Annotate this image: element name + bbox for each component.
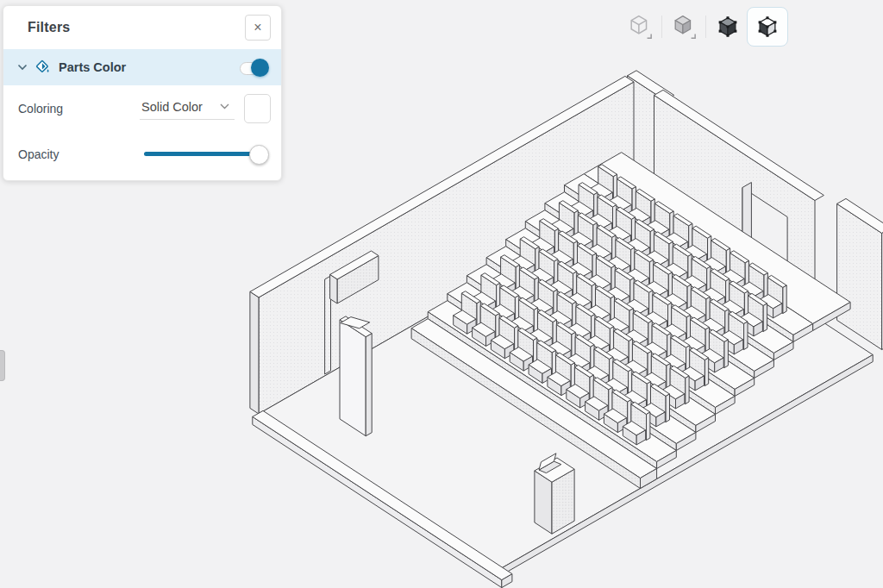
- view-shaded-button[interactable]: [665, 8, 703, 46]
- toggle-knob: [251, 59, 269, 77]
- paint-bucket-icon: [34, 59, 51, 75]
- view-shaded-vertices-button[interactable]: [747, 7, 788, 47]
- view-mode-toolbar: [621, 7, 788, 47]
- opacity-label: Opacity: [18, 147, 144, 161]
- coloring-dropdown-value: Solid Color: [141, 100, 220, 114]
- opacity-row: Opacity: [3, 131, 281, 180]
- view-wireframe-button[interactable]: [621, 8, 659, 46]
- color-swatch[interactable]: [244, 94, 271, 123]
- toolbar-separator: [705, 16, 706, 38]
- cube-dark-vertices-icon: [716, 15, 740, 39]
- cube-wireframe-icon: [627, 13, 653, 41]
- slider-track: [144, 152, 262, 156]
- parts-color-toggle[interactable]: [240, 59, 269, 77]
- filters-panel: Filters × Parts Color Coloring Solid Col…: [3, 5, 282, 181]
- filters-panel-header: Filters ×: [3, 6, 281, 49]
- opacity-slider[interactable]: [144, 145, 269, 163]
- cube-shaded-icon: [671, 13, 697, 41]
- chevron-down-icon[interactable]: [17, 64, 28, 71]
- toolbar-separator: [661, 16, 662, 38]
- cube-vertices-icon: [755, 15, 780, 39]
- coloring-dropdown[interactable]: Solid Color: [140, 97, 235, 120]
- left-panel-handle[interactable]: [0, 350, 5, 381]
- chevron-down-icon: [220, 103, 229, 109]
- coloring-row: Coloring Solid Color: [3, 85, 281, 131]
- view-shaded-edges-button[interactable]: [709, 8, 747, 46]
- parts-color-label: Parts Color: [59, 60, 240, 74]
- panel-title: Filters: [28, 20, 245, 35]
- model-viewer-app: Filters × Parts Color Coloring Solid Col…: [0, 0, 883, 588]
- close-icon[interactable]: ×: [245, 15, 271, 41]
- coloring-label: Coloring: [18, 102, 140, 116]
- slider-thumb[interactable]: [249, 145, 269, 165]
- parts-color-section-header[interactable]: Parts Color: [3, 49, 281, 85]
